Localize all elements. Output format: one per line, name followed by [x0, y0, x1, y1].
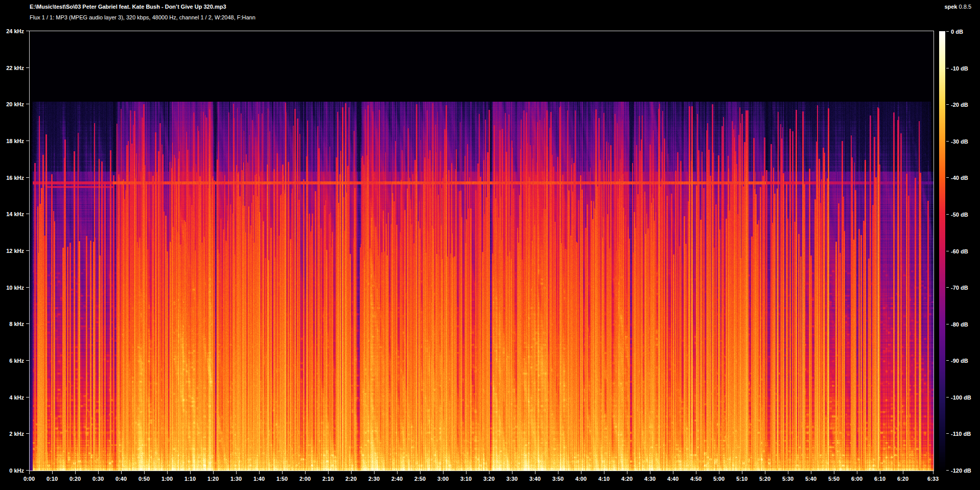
x-axis-tick: [903, 471, 903, 474]
x-axis-label: 2:00: [292, 475, 318, 482]
legend-label: -10 dB: [951, 65, 968, 72]
x-axis-tick: [259, 471, 260, 474]
x-axis-label: 5:40: [798, 475, 824, 482]
x-axis-label: 4:00: [568, 475, 594, 482]
x-axis-label: 2:30: [361, 475, 387, 482]
x-axis-label: 4:20: [614, 475, 640, 482]
x-axis-label: 3:20: [476, 475, 502, 482]
legend-tick: [946, 360, 949, 361]
y-axis-tick: [26, 31, 29, 31]
x-axis-tick: [489, 471, 489, 474]
x-axis-tick: [604, 471, 604, 474]
y-axis-label: 18 kHz: [0, 137, 24, 145]
y-axis-label: 0 kHz: [0, 467, 24, 474]
y-axis-tick: [26, 177, 29, 178]
x-axis-label: 0:50: [131, 475, 157, 482]
x-axis-label: 5:00: [706, 475, 732, 482]
legend-tick: [946, 214, 949, 215]
x-axis-label: 1:30: [223, 475, 249, 482]
x-axis-tick: [190, 471, 191, 474]
x-axis-tick: [121, 471, 122, 474]
x-axis-tick: [397, 471, 398, 474]
x-axis-tick: [765, 471, 765, 474]
x-axis-tick: [512, 471, 512, 474]
x-axis-label: 4:30: [637, 475, 663, 482]
x-axis-tick: [328, 471, 329, 474]
x-axis-tick: [627, 471, 627, 474]
x-axis-label: 1:50: [269, 475, 295, 482]
app-version-label: spek 0.8.5: [944, 4, 971, 10]
x-axis-tick: [581, 471, 581, 474]
legend-tick: [946, 397, 949, 398]
legend-label: -100 dB: [951, 394, 971, 401]
x-axis-tick: [443, 471, 444, 474]
legend-label: -110 dB: [951, 430, 971, 437]
legend-tick: [946, 141, 949, 142]
x-axis-label: 3:10: [453, 475, 479, 482]
x-axis-tick: [144, 471, 145, 474]
y-axis-tick: [26, 250, 29, 251]
x-axis-label: 5:50: [821, 475, 847, 482]
x-axis-tick: [167, 471, 168, 474]
y-axis-tick: [26, 214, 29, 214]
x-axis-tick: [742, 471, 742, 474]
y-axis-label: 20 kHz: [0, 101, 24, 108]
legend-tick: [946, 470, 949, 471]
x-axis-tick: [650, 471, 650, 474]
x-axis-label: 5:10: [729, 475, 755, 482]
x-axis-tick: [811, 471, 811, 474]
x-axis-label: 1:00: [154, 475, 180, 482]
x-axis-label: 1:40: [246, 475, 272, 482]
legend-tick: [946, 68, 949, 68]
x-axis-label: 4:40: [660, 475, 686, 482]
x-axis-label: 3:50: [545, 475, 571, 482]
y-axis-tick: [26, 67, 29, 68]
x-axis-tick: [719, 471, 719, 474]
x-axis-tick: [834, 471, 834, 474]
y-axis-tick: [26, 360, 29, 361]
y-axis-tick: [26, 433, 29, 434]
file-path-title: E:\Music\test\So\03 Peter Gabriel feat. …: [30, 4, 226, 10]
x-axis-tick: [75, 471, 76, 474]
y-axis-tick: [26, 104, 29, 104]
x-axis-tick: [673, 471, 673, 474]
y-axis-tick: [26, 397, 29, 398]
legend-tick: [946, 104, 949, 105]
legend-gradient: [939, 31, 945, 471]
x-axis-label: 0:10: [39, 475, 65, 482]
x-axis-tick: [535, 471, 535, 474]
y-axis-label: 22 kHz: [0, 64, 24, 72]
x-axis-label: 6:00: [844, 475, 870, 482]
x-axis-tick: [52, 471, 53, 474]
spectrogram-frame: [29, 31, 934, 471]
x-axis-label: 6:20: [890, 475, 916, 482]
x-axis-tick: [305, 471, 306, 474]
legend-label: -50 dB: [951, 211, 968, 218]
x-axis-tick: [236, 471, 237, 474]
y-axis-label: 10 kHz: [0, 284, 24, 291]
legend-label: 0 dB: [951, 28, 963, 35]
x-axis-label: 2:20: [338, 475, 364, 482]
x-axis-label: 3:40: [522, 475, 548, 482]
legend-label: -120 dB: [951, 467, 971, 474]
x-axis-tick: [351, 471, 352, 474]
x-axis-label: 0:40: [108, 475, 134, 482]
y-axis-label: 14 kHz: [0, 211, 24, 218]
app-version: 0.8.5: [959, 4, 971, 10]
legend-label: -60 dB: [951, 248, 968, 255]
legend-label: -80 dB: [951, 321, 968, 328]
x-axis-tick: [420, 471, 421, 474]
y-axis-label: 24 kHz: [0, 28, 24, 35]
x-axis-tick: [933, 471, 934, 474]
x-axis-tick: [98, 471, 99, 474]
x-axis-tick: [880, 471, 880, 474]
y-axis-tick: [26, 141, 29, 141]
x-axis-label: 2:50: [407, 475, 433, 482]
stream-info: Flux 1 / 1: MP3 (MPEG audio layer 3), 32…: [30, 14, 255, 21]
legend-tick: [946, 433, 949, 434]
legend-label: -70 dB: [951, 284, 968, 291]
x-axis-label: 2:40: [384, 475, 410, 482]
y-axis-label: 8 kHz: [0, 320, 24, 328]
x-axis-tick: [29, 471, 30, 474]
x-axis-label: 5:20: [752, 475, 778, 482]
